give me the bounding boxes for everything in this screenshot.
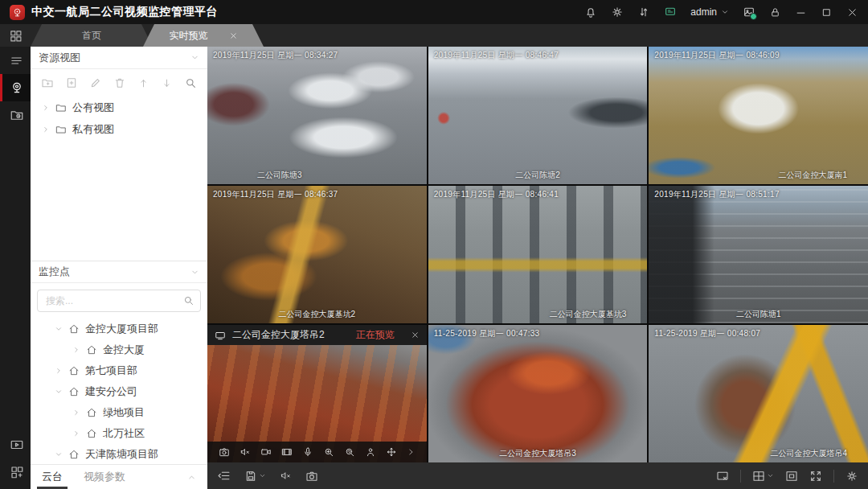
tree-item-label: 私有视图	[72, 122, 114, 137]
chevron-right-icon[interactable]	[42, 104, 50, 112]
tree-item-label: 建安分公司	[85, 384, 137, 399]
file-add-icon[interactable]	[65, 76, 78, 89]
matrix-add-icon[interactable]	[0, 458, 31, 486]
delete-icon[interactable]	[113, 76, 126, 89]
chevron-right-icon[interactable]	[72, 429, 80, 438]
record-icon[interactable]	[260, 446, 272, 458]
chevron-down-icon[interactable]	[190, 53, 199, 62]
chevron-down-icon[interactable]	[55, 325, 63, 333]
resource-view-header[interactable]: 资源视图	[31, 47, 207, 69]
fullscreen-icon[interactable]	[809, 470, 822, 483]
camera-cell-9[interactable]: 11-25-2019 星期一 00:48:07 二公司金控大厦塔吊4	[649, 325, 868, 462]
tree-item-site[interactable]: 金控大厦项目部	[31, 318, 207, 339]
bell-icon[interactable]	[584, 6, 597, 18]
camera-feed	[207, 186, 427, 323]
camera-cell-2[interactable]: 2019年11月25日 星期一 08:46:47 二公司陈塘2	[428, 47, 648, 184]
tree-item-private-views[interactable]: 私有视图	[31, 118, 207, 140]
mute-all-icon[interactable]	[280, 470, 292, 482]
titlebar-actions: admin	[584, 6, 858, 18]
edit-icon[interactable]	[89, 76, 102, 89]
zoom-3d-icon[interactable]	[344, 446, 355, 458]
ptz-icon[interactable]	[386, 446, 397, 458]
gear-icon[interactable]	[611, 6, 624, 18]
arrow-up-icon[interactable]	[137, 77, 149, 89]
tree-item-site[interactable]: 天津陈塘项目部	[31, 444, 207, 464]
camera-rail-icon[interactable]	[0, 74, 31, 101]
preset-icon[interactable]	[365, 446, 376, 458]
chevron-down-icon[interactable]	[55, 450, 63, 458]
window-minimize-button[interactable]	[795, 6, 807, 18]
close-icon[interactable]	[411, 331, 420, 339]
tree-item-site[interactable]: 绿地项目	[31, 402, 207, 423]
app-logo-icon	[10, 5, 25, 20]
timestamp-overlay: 2019年11月25日 星期一 08:46:09	[654, 50, 779, 61]
mic-icon[interactable]	[302, 446, 313, 458]
close-all-icon[interactable]	[716, 470, 729, 483]
image-preview-icon[interactable]	[743, 6, 755, 18]
chevron-right-icon[interactable]	[42, 125, 50, 134]
tab-video-params[interactable]: 视频参数	[84, 465, 125, 489]
snapshot-icon[interactable]	[219, 446, 230, 458]
lock-icon[interactable]	[769, 6, 781, 18]
arrow-down-icon[interactable]	[161, 77, 173, 89]
chevron-down-icon[interactable]	[190, 268, 199, 277]
camera-cell-6[interactable]: 2019年11月25日 星期一 08:51:17 二公司陈塘1	[649, 186, 868, 323]
playback-icon[interactable]	[0, 101, 31, 129]
tabbar: 首页 实时预览	[0, 24, 868, 47]
camera-cell-4[interactable]: 2019年11月25日 星期一 08:46:37 二公司金控大厦基坑2	[207, 186, 427, 323]
search-icon[interactable]	[182, 294, 194, 306]
monitor-status-icon[interactable]	[664, 6, 677, 18]
chevron-up-icon[interactable]	[187, 473, 196, 482]
save-layout-button[interactable]	[244, 470, 266, 483]
camera-cell-1[interactable]: 2019年11月25日 星期一 08:34:27 二公司陈塘3	[207, 47, 427, 184]
tree-item-public-views[interactable]: 公有视图	[31, 97, 207, 118]
timestamp-overlay: 2019年11月25日 星期一 08:51:17	[654, 189, 779, 200]
chevron-down-icon	[767, 472, 774, 479]
chevron-right-icon[interactable]	[55, 367, 63, 375]
layout-grid-button[interactable]	[752, 470, 774, 483]
camera-cell-7-selected[interactable]: 二公司金控大厦塔吊2 正在预览	[207, 325, 427, 462]
tree-item-site[interactable]: 建安分公司	[31, 381, 207, 402]
timestamp-overlay: 11-25-2019 星期一 00:48:07	[654, 328, 760, 339]
search-input[interactable]	[37, 290, 201, 312]
tree-item-site[interactable]: 北万社区	[31, 423, 207, 444]
monitor-points-header[interactable]: 监控点	[31, 261, 207, 283]
more-icon[interactable]	[407, 448, 415, 456]
window-maximize-button[interactable]	[821, 6, 833, 18]
camera-cell-8[interactable]: 11-25-2019 星期一 00:47:33 二公司金控大厦塔吊3	[428, 325, 648, 462]
monitor-icon	[215, 330, 226, 341]
camera-cell-5[interactable]: 2019年11月25日 星期一 08:46:41 二公司金控大厦基坑3	[428, 186, 648, 323]
camera-cell-3[interactable]: 2019年11月25日 星期一 08:46:09 二公司金控大厦南1	[649, 47, 868, 184]
user-menu[interactable]: admin	[690, 6, 729, 18]
folder-add-icon[interactable]	[41, 76, 54, 89]
tab-home[interactable]: 首页	[31, 24, 153, 47]
tab-live-preview[interactable]: 实时预览	[143, 24, 264, 47]
monitor-tree: 金控大厦项目部 金控大厦 第七项目部 建安分公司 绿地项目	[31, 318, 207, 464]
tab-ptz[interactable]: 云台	[42, 465, 63, 489]
chevron-right-icon[interactable]	[72, 346, 80, 354]
search-icon[interactable]	[184, 76, 197, 89]
camera-titlebar: 二公司金控大厦塔吊2 正在预览	[207, 325, 427, 345]
tree-item-site[interactable]: 金控大厦	[31, 339, 207, 360]
mute-icon[interactable]	[240, 446, 251, 458]
settings-icon[interactable]	[845, 470, 858, 483]
rail-bottom-group	[0, 431, 31, 489]
transfer-icon[interactable]	[637, 6, 650, 18]
menu-icon[interactable]	[0, 47, 31, 74]
zoom-in-icon[interactable]	[323, 446, 334, 458]
video-wall-icon[interactable]	[0, 431, 31, 458]
preview-status: 正在预览	[356, 328, 395, 342]
tab-close-icon[interactable]	[229, 31, 238, 40]
window-close-button[interactable]	[846, 6, 858, 18]
tree-item-site[interactable]: 第七项目部	[31, 360, 207, 381]
instant-playback-icon[interactable]	[281, 446, 293, 458]
snapshot-all-icon[interactable]	[305, 470, 318, 483]
panel-collapse-icon[interactable]	[217, 469, 231, 483]
folder-icon	[55, 124, 67, 135]
chevron-down-icon[interactable]	[55, 388, 63, 396]
chevron-right-icon[interactable]	[72, 409, 80, 417]
left-rail	[0, 47, 31, 489]
single-screen-icon[interactable]	[785, 470, 798, 483]
divider	[833, 470, 834, 483]
apps-grid-icon[interactable]	[0, 24, 31, 47]
